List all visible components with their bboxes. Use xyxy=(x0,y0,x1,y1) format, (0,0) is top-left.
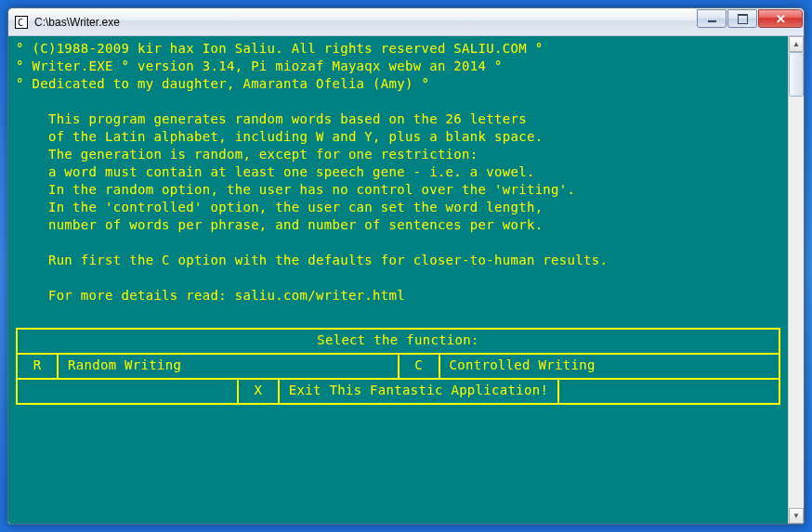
version-line: ° Writer.EXE ° version 3.14, Pi miozaf M… xyxy=(16,58,503,73)
scroll-track[interactable] xyxy=(789,52,804,508)
console-output: ° (C)1988-2009 kir hax Ion Saliu. All ri… xyxy=(8,36,788,524)
titlebar[interactable]: C C:\bas\Writer.exe xyxy=(8,8,804,36)
scroll-up-button[interactable]: ▲ xyxy=(789,36,804,52)
body-line: For more details read: saliu.com/writer.… xyxy=(16,288,405,303)
copyright-line: ° (C)1988-2009 kir hax Ion Saliu. All ri… xyxy=(16,41,543,56)
body-line: number of words per phrase, and number o… xyxy=(16,217,543,232)
menu-key: R xyxy=(18,355,59,378)
close-button[interactable] xyxy=(758,9,803,28)
menu-label: Random Writing xyxy=(59,355,398,378)
app-icon: C xyxy=(14,15,29,30)
menu-key: X xyxy=(239,380,280,403)
menu-box: Select the function:RRandom WritingCCont… xyxy=(16,328,780,405)
client-area: ° (C)1988-2009 kir hax Ion Saliu. All ri… xyxy=(8,36,804,524)
menu-item-controlled[interactable]: CControlled Writing xyxy=(399,355,779,378)
body-line: Run first the C option with the defaults… xyxy=(16,253,608,267)
dedication-line: ° Dedicated to my daughter, Amaranta Ofe… xyxy=(16,76,429,91)
menu-item-random[interactable]: RRandom Writing xyxy=(18,355,398,378)
menu-item-exit[interactable]: XExit This Fantastic Application! xyxy=(237,380,559,403)
scrollbar[interactable]: ▲ ▼ xyxy=(788,36,804,524)
maximize-button[interactable] xyxy=(727,9,757,28)
body-line: of the Latin alphabet, including W and Y… xyxy=(16,129,543,144)
body-line: In the 'controlled' option, the user can… xyxy=(16,200,543,214)
menu-label: Controlled Writing xyxy=(440,355,779,378)
scroll-thumb[interactable] xyxy=(789,52,804,97)
window-title: C:\bas\Writer.exe xyxy=(34,16,697,29)
menu-key: C xyxy=(399,355,440,378)
scroll-down-button[interactable]: ▼ xyxy=(789,508,804,524)
menu-row-options: RRandom WritingCControlled Writing xyxy=(18,355,779,380)
menu-row-exit: XExit This Fantastic Application! xyxy=(18,380,779,403)
svg-text:C: C xyxy=(18,18,23,28)
menu-title: Select the function: xyxy=(18,330,779,355)
window-controls xyxy=(697,8,804,35)
menu-label: Exit This Fantastic Application! xyxy=(280,380,557,403)
minimize-button[interactable] xyxy=(697,9,727,28)
body-line: This program generates random words base… xyxy=(16,111,527,126)
window-frame: C C:\bas\Writer.exe ° (C)1988-2009 kir h… xyxy=(7,7,805,525)
body-line: a word must contain at least one speech … xyxy=(16,164,535,179)
body-line: The generation is random, except for one… xyxy=(16,147,478,162)
body-line: In the random option, the user has no co… xyxy=(16,182,575,197)
